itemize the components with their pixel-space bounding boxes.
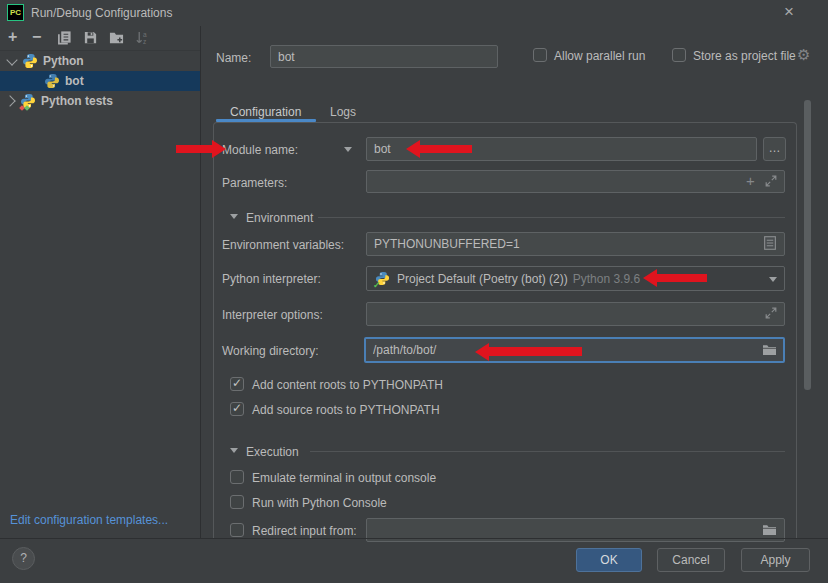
- tree-item-label: bot: [65, 74, 84, 88]
- execution-section-label: Execution: [246, 445, 299, 459]
- python-interpreter-dropdown[interactable]: ✓ Project Default (Poetry (bot) (2)) Pyt…: [366, 266, 785, 291]
- python-tests-icon: [20, 93, 36, 109]
- run-with-python-console-label: Run with Python Console: [252, 496, 387, 510]
- store-as-project-file-checkbox[interactable]: [672, 48, 686, 62]
- expand-field-icon[interactable]: [765, 307, 777, 322]
- redirect-input-label: Redirect input from:: [252, 524, 357, 538]
- tab-configuration[interactable]: Configuration: [230, 105, 301, 119]
- pycharm-logo-icon: PC: [7, 4, 24, 21]
- python-interpreter-icon: ✓: [375, 271, 391, 287]
- parameters-label: Parameters:: [222, 176, 287, 190]
- environment-section-label: Environment: [246, 211, 313, 225]
- run-with-python-console-checkbox[interactable]: [230, 495, 244, 509]
- sidebar-divider: [200, 26, 201, 538]
- store-as-project-file-label: Store as project file: [693, 49, 796, 63]
- window-title: Run/Debug Configurations: [31, 6, 172, 20]
- tree-item-python[interactable]: Python: [0, 51, 200, 71]
- apply-button[interactable]: Apply: [741, 548, 810, 572]
- chevron-right-icon[interactable]: [4, 95, 15, 106]
- python-interpreter-label: Python interpreter:: [222, 272, 321, 286]
- annotation-arrow-module-name: [176, 145, 212, 153]
- working-directory-label: Working directory:: [222, 344, 318, 358]
- name-label: Name:: [216, 51, 251, 65]
- tree-item-bot[interactable]: bot: [0, 71, 200, 91]
- python-icon: [44, 73, 60, 89]
- annotation-arrow-interpreter: [657, 274, 707, 282]
- add-macro-icon[interactable]: +: [746, 172, 755, 189]
- python-interpreter-value: Project Default (Poetry (bot) (2)): [397, 272, 568, 286]
- edit-variables-icon[interactable]: [764, 236, 776, 253]
- add-source-roots-checkbox[interactable]: [230, 402, 244, 416]
- remove-configuration-icon[interactable]: −: [32, 30, 48, 46]
- allow-parallel-run-checkbox[interactable]: [533, 48, 547, 62]
- module-name-label: Module name:: [222, 143, 298, 157]
- emulate-terminal-checkbox[interactable]: [230, 470, 244, 484]
- chevron-down-icon[interactable]: [6, 54, 17, 65]
- tab-logs[interactable]: Logs: [330, 105, 356, 119]
- copy-configuration-icon[interactable]: [57, 30, 73, 46]
- gear-icon[interactable]: ⚙: [797, 46, 810, 64]
- redirect-input-checkbox[interactable]: [230, 523, 244, 537]
- interpreter-options-label: Interpreter options:: [222, 308, 323, 322]
- close-icon[interactable]: ×: [784, 2, 794, 22]
- vertical-scrollbar[interactable]: [804, 100, 811, 390]
- section-divider: [310, 451, 785, 452]
- expand-field-icon[interactable]: [765, 175, 777, 190]
- tree-item-python-tests[interactable]: Python tests: [0, 91, 200, 111]
- cancel-button[interactable]: Cancel: [657, 548, 725, 572]
- save-configuration-icon[interactable]: [83, 30, 99, 46]
- add-configuration-icon[interactable]: +: [8, 30, 24, 46]
- python-icon: [22, 53, 38, 69]
- environment-variables-input[interactable]: [366, 232, 785, 256]
- parameters-input[interactable]: [366, 170, 785, 193]
- annotation-arrow-working-directory: [489, 347, 582, 356]
- run-debug-configurations-dialog: PC Run/Debug Configurations × + − Python…: [0, 0, 828, 583]
- annotation-arrow-module-value: [420, 145, 472, 153]
- add-source-roots-label: Add source roots to PYTHONPATH: [252, 403, 440, 417]
- folder-icon[interactable]: [762, 343, 777, 359]
- allow-parallel-run-label: Allow parallel run: [554, 49, 645, 63]
- python-interpreter-version: Python 3.9.6: [573, 272, 640, 286]
- emulate-terminal-label: Emulate terminal in output console: [252, 471, 436, 485]
- help-button[interactable]: ?: [12, 547, 35, 570]
- sort-alphabetically-icon[interactable]: [135, 30, 151, 46]
- interpreter-options-input[interactable]: [366, 302, 785, 326]
- execution-section-collapse-icon[interactable]: [230, 448, 238, 453]
- chevron-down-icon[interactable]: [769, 277, 777, 282]
- environment-variables-label: Environment variables:: [222, 238, 344, 252]
- target-type-dropdown-icon[interactable]: [344, 147, 352, 152]
- folder-icon[interactable]: [762, 523, 777, 539]
- module-browse-button[interactable]: …: [763, 137, 786, 161]
- add-content-roots-label: Add content roots to PYTHONPATH: [252, 378, 443, 392]
- ok-button[interactable]: OK: [576, 548, 642, 572]
- tree-item-label: Python: [43, 54, 84, 68]
- section-divider: [318, 217, 785, 218]
- add-content-roots-checkbox[interactable]: [230, 377, 244, 391]
- environment-section-collapse-icon[interactable]: [230, 214, 238, 219]
- new-folder-icon[interactable]: [109, 30, 125, 46]
- footer-divider: [0, 538, 828, 539]
- tree-item-label: Python tests: [41, 94, 113, 108]
- name-input[interactable]: [270, 45, 498, 68]
- edit-configuration-templates-link[interactable]: Edit configuration templates...: [10, 513, 168, 527]
